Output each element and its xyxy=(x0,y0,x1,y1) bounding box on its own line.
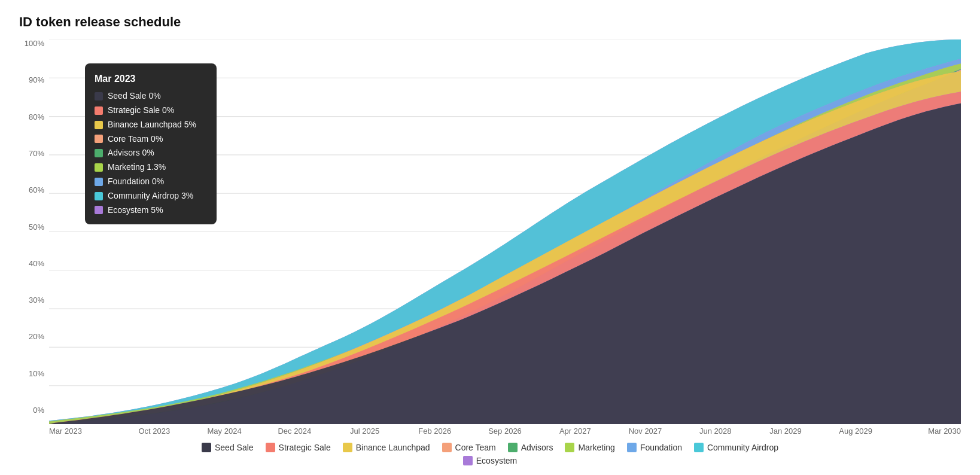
legend-item-marketing: Marketing xyxy=(565,443,614,452)
x-label-12: Mar 2030 xyxy=(891,427,961,436)
x-label-0: Mar 2023 xyxy=(49,427,119,436)
legend-item-ecosystem: Ecosystem xyxy=(463,456,517,465)
x-label-1: Oct 2023 xyxy=(119,427,189,436)
legend-swatch-airdrop xyxy=(694,443,704,452)
legend-item-binance: Binance Launchpad xyxy=(343,443,430,452)
x-label-9: Jun 2028 xyxy=(680,427,750,436)
x-axis: Mar 2023 Oct 2023 May 2024 Dec 2024 Jul … xyxy=(49,424,961,436)
y-axis-label: 30% xyxy=(19,296,49,304)
chart-area: 0%10%20%30%40%50%60%70%80%90%100% xyxy=(19,39,961,436)
svg-container: Mar 2023 Seed Sale 0% Strategic Sale 0% … xyxy=(49,39,961,424)
legend-swatch-ecosystem xyxy=(463,456,473,465)
x-label-2: May 2024 xyxy=(189,427,259,436)
x-label-3: Dec 2024 xyxy=(260,427,330,436)
legend-label-foundation: Foundation xyxy=(640,443,682,452)
legend-label-strategic: Strategic Sale xyxy=(279,443,331,452)
legend-label-binance: Binance Launchpad xyxy=(356,443,430,452)
legend-label-coreteam: Core Team xyxy=(455,443,496,452)
y-axis-label: 90% xyxy=(19,76,49,84)
page-container: ID token release schedule 0%10%20%30%40%… xyxy=(0,0,980,475)
y-axis-label: 100% xyxy=(19,39,49,47)
legend-item-coreteam: Core Team xyxy=(442,443,496,452)
y-axis-label: 50% xyxy=(19,223,49,231)
x-label-6: Sep 2026 xyxy=(470,427,540,436)
legend-label-airdrop: Community Airdrop xyxy=(707,443,778,452)
y-axis: 0%10%20%30%40%50%60%70%80%90%100% xyxy=(19,39,49,436)
y-axis-label: 20% xyxy=(19,333,49,340)
legend-item-strategic: Strategic Sale xyxy=(266,443,331,452)
legend-label-advisors: Advisors xyxy=(521,443,553,452)
legend-item-foundation: Foundation xyxy=(627,443,682,452)
x-label-10: Jan 2029 xyxy=(750,427,820,436)
y-axis-label: 80% xyxy=(19,113,49,121)
legend-swatch-foundation xyxy=(627,443,637,452)
y-axis-label: 10% xyxy=(19,370,49,377)
x-label-4: Jul 2025 xyxy=(330,427,400,436)
x-label-8: Nov 2027 xyxy=(610,427,680,436)
y-axis-label: 40% xyxy=(19,260,49,267)
chart-right: Mar 2023 Seed Sale 0% Strategic Sale 0% … xyxy=(49,39,961,436)
legend-item-airdrop: Community Airdrop xyxy=(694,443,778,452)
x-label-11: Aug 2029 xyxy=(821,427,891,436)
legend-item-seed: Seed Sale xyxy=(202,443,254,452)
legend-swatch-binance xyxy=(343,443,352,452)
chart-title: ID token release schedule xyxy=(19,14,961,30)
legend-swatch-seed xyxy=(202,443,211,452)
legend-label-seed: Seed Sale xyxy=(215,443,254,452)
legend-label-ecosystem: Ecosystem xyxy=(476,456,517,465)
legend-label-marketing: Marketing xyxy=(578,443,614,452)
y-axis-label: 70% xyxy=(19,150,49,157)
legend: Seed Sale Strategic Sale Binance Launchp… xyxy=(19,443,961,465)
x-label-7: Apr 2027 xyxy=(540,427,610,436)
area-chart xyxy=(49,39,961,424)
legend-swatch-coreteam xyxy=(442,443,452,452)
legend-swatch-marketing xyxy=(565,443,574,452)
legend-row2: Ecosystem xyxy=(25,456,955,465)
legend-item-advisors: Advisors xyxy=(508,443,553,452)
y-axis-label: 60% xyxy=(19,186,49,194)
legend-swatch-advisors xyxy=(508,443,518,452)
x-label-5: Feb 2026 xyxy=(400,427,470,436)
legend-swatch-strategic xyxy=(266,443,275,452)
y-axis-label: 0% xyxy=(19,406,49,414)
